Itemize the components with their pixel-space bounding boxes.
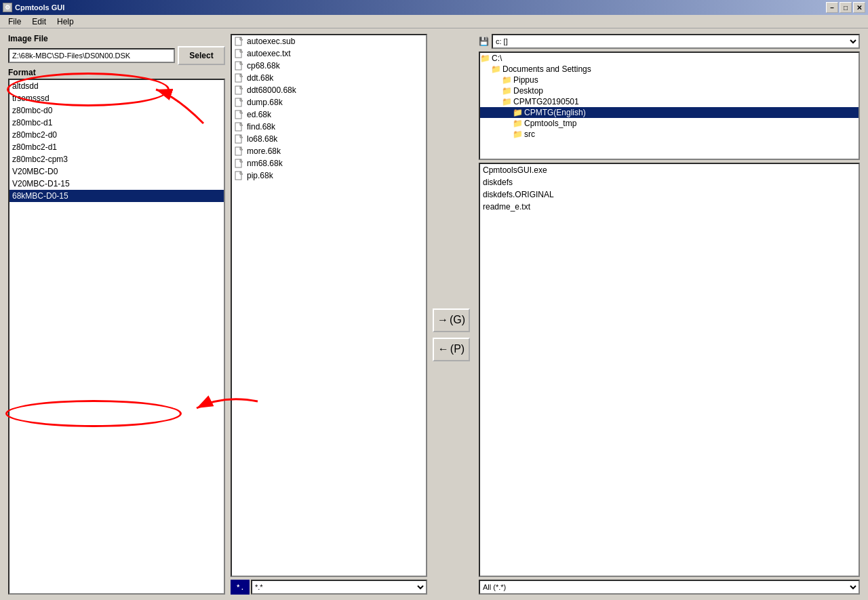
titlebar-buttons: – □ ✕ — [826, 2, 865, 13]
file-icon — [235, 134, 244, 144]
file-item[interactable]: dump.68k — [232, 96, 426, 108]
format-item[interactable]: V20MBC-D0 — [9, 165, 224, 178]
app-icon: ⚙ — [3, 3, 12, 12]
file-item[interactable]: nm68.68k — [232, 157, 426, 169]
format-item[interactable]: 68kMBC-D0-15 — [9, 190, 224, 202]
arrow-panel: → (G) ← (P) — [433, 34, 473, 595]
left-panel: Image File Select Format altdsddtrsomsss… — [8, 34, 225, 595]
drive-select[interactable]: c: [] — [492, 34, 860, 49]
folder-icon: 📁 — [502, 75, 512, 85]
main-content: Image File Select Format altdsddtrsomsss… — [0, 28, 868, 600]
copy-from-image-button[interactable]: ← (P) — [433, 338, 470, 361]
file-item[interactable]: ed.68k — [232, 108, 426, 121]
file-item[interactable]: ddt68000.68k — [232, 84, 426, 96]
file-item[interactable]: autoexec.txt — [232, 47, 426, 60]
format-list[interactable]: altdsddtrsomsssdz80mbc-d0z80mbc-d1z80mbc… — [8, 79, 225, 595]
file-icon — [235, 171, 244, 180]
drive-select-row: 💾 c: [] — [479, 34, 860, 49]
titlebar-left: ⚙ Cpmtools GUI — [3, 3, 64, 12]
format-section: Format altdsddtrsomsssdz80mbc-d0z80mbc-d… — [8, 68, 225, 595]
right-file-list[interactable]: CpmtoolsGUI.exediskdefsdiskdefs.ORIGINAL… — [479, 163, 860, 577]
tree-item[interactable]: 📁Documents and Settings — [480, 64, 859, 75]
copy-to-label: (G) — [450, 314, 465, 326]
file-icon — [235, 61, 244, 71]
file-icon — [235, 146, 244, 156]
menu-file[interactable]: File — [3, 16, 26, 28]
image-file-section: Image File Select — [8, 34, 225, 65]
tree-item[interactable]: 📁Pippus — [480, 75, 859, 85]
file-filter-row: * . *.* — [231, 580, 427, 595]
format-label: Format — [8, 68, 225, 77]
format-item[interactable]: z80mbc2-cpm3 — [9, 153, 224, 165]
file-icon — [235, 98, 244, 107]
tree-item[interactable]: 📁C:\ — [480, 53, 859, 64]
format-item[interactable]: z80mbc-d1 — [9, 117, 224, 129]
file-item[interactable]: lo68.68k — [232, 133, 426, 145]
folder-icon: 📁 — [491, 64, 501, 74]
right-file-item[interactable]: diskdefs.ORIGINAL — [480, 188, 859, 201]
format-item[interactable]: altdsdd — [9, 80, 224, 92]
folder-icon: 📁 — [513, 108, 523, 117]
folder-icon: 📁 — [513, 119, 523, 128]
middle-panel: autoexec.sub autoexec.txt cp68.68k ddt.6… — [231, 34, 427, 595]
file-item[interactable]: cp68.68k — [232, 60, 426, 72]
format-item[interactable]: trsomsssd — [9, 92, 224, 104]
folder-icon: 📁 — [513, 129, 523, 139]
file-list-container[interactable]: autoexec.sub autoexec.txt cp68.68k ddt.6… — [231, 34, 427, 577]
folder-icon: 📁 — [502, 97, 512, 106]
tree-item[interactable]: 📁Desktop — [480, 85, 859, 96]
format-item[interactable]: z80mbc-d0 — [9, 104, 224, 117]
select-button[interactable]: Select — [178, 46, 225, 65]
file-item[interactable]: autoexec.sub — [232, 35, 426, 47]
format-item[interactable]: z80mbc2-d1 — [9, 141, 224, 153]
file-icon — [235, 122, 244, 132]
folder-tree[interactable]: 📁C:\📁Documents and Settings📁Pippus📁Deskt… — [479, 52, 860, 160]
file-item[interactable]: ddt.68k — [232, 72, 426, 84]
file-icon — [235, 110, 244, 119]
tree-item[interactable]: 📁CPMTG20190501 — [480, 96, 859, 107]
file-icon — [235, 85, 244, 95]
file-icon — [235, 159, 244, 168]
copy-to-image-button[interactable]: → (G) — [433, 308, 470, 332]
file-type-select[interactable]: All (*.*) — [479, 580, 860, 595]
copy-to-icon: → — [437, 314, 448, 326]
tree-item[interactable]: 📁src — [480, 129, 859, 140]
file-filter-select[interactable]: *.* — [251, 580, 427, 595]
file-icon — [235, 37, 244, 46]
format-item[interactable]: z80mbc2-d0 — [9, 129, 224, 141]
tree-item[interactable]: 📁CPMTG(English) — [480, 107, 859, 118]
file-item[interactable]: more.68k — [232, 145, 426, 157]
image-file-row: Select — [8, 46, 225, 65]
app-title: Cpmtools GUI — [15, 3, 64, 12]
copy-from-label: (P) — [450, 343, 465, 355]
file-icon — [235, 49, 244, 58]
file-item[interactable]: find.68k — [232, 121, 426, 133]
menubar: File Edit Help — [0, 15, 868, 28]
sections-row: Image File Select Format altdsddtrsomsss… — [8, 34, 860, 595]
folder-icon: 📁 — [502, 86, 512, 96]
minimize-button[interactable]: – — [826, 2, 838, 13]
right-file-item[interactable]: readme_e.txt — [480, 201, 859, 213]
copy-from-icon: ← — [438, 343, 449, 355]
menu-edit[interactable]: Edit — [26, 16, 52, 28]
titlebar: ⚙ Cpmtools GUI – □ ✕ — [0, 0, 868, 15]
right-file-item[interactable]: CpmtoolsGUI.exe — [480, 164, 859, 176]
format-item[interactable]: V20MBC-D1-15 — [9, 178, 224, 190]
image-file-input[interactable] — [8, 48, 175, 63]
tree-item[interactable]: 📁Cpmtools_tmp — [480, 118, 859, 129]
folder-icon: 📁 — [480, 54, 490, 63]
file-item[interactable]: pip.68k — [232, 169, 426, 182]
menu-help[interactable]: Help — [52, 16, 79, 28]
file-icon — [235, 73, 244, 83]
image-file-label: Image File — [8, 34, 225, 43]
close-button[interactable]: ✕ — [853, 2, 865, 13]
right-file-item[interactable]: diskdefs — [480, 176, 859, 188]
file-filter-icon: * . — [231, 580, 250, 595]
maximize-button[interactable]: □ — [840, 2, 852, 13]
drive-icon: 💾 — [479, 37, 489, 46]
right-panel: 💾 c: [] 📁C:\📁Documents and Settings📁Pipp… — [479, 34, 860, 595]
